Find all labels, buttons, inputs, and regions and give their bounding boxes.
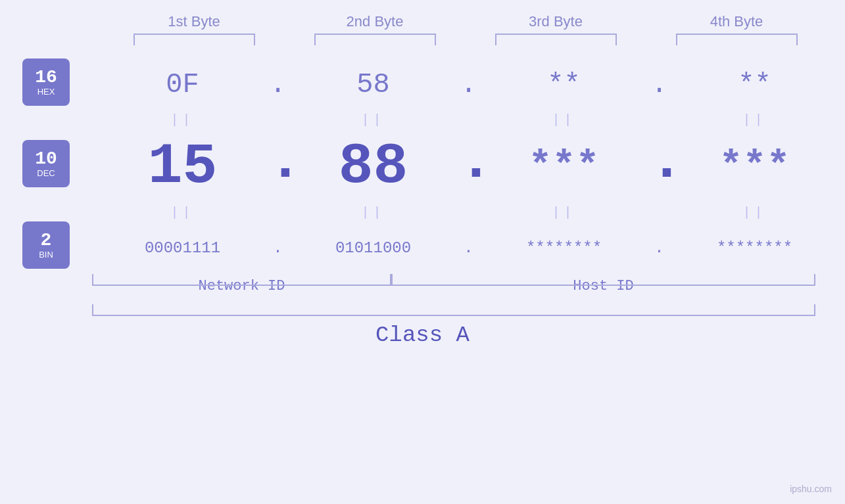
- bracket-b2: [314, 34, 436, 45]
- byte3-header: 3rd Byte: [470, 13, 641, 30]
- hex-badge: 16 HEX: [22, 58, 70, 106]
- eq2-b2: ||: [308, 205, 439, 220]
- equals-row-1: || || || ||: [0, 111, 845, 129]
- dec-b2: 88: [308, 134, 439, 199]
- host-id-bracket: [391, 274, 815, 286]
- bin-dot2: .: [459, 239, 479, 257]
- eq1-b3: ||: [498, 112, 630, 127]
- eq2-b3: ||: [498, 205, 630, 220]
- eq2-b4: ||: [689, 205, 821, 220]
- eq1-b2: ||: [308, 112, 439, 127]
- equals-row-2: || || || ||: [0, 204, 845, 221]
- bin-badge: 2 BIN: [22, 221, 70, 269]
- byte1-header: 1st Byte: [109, 13, 279, 30]
- eq1-b4: ||: [689, 112, 821, 127]
- hex-dot3: .: [650, 69, 669, 101]
- hex-badge-label: HEX: [37, 87, 55, 97]
- eq1-b1: ||: [117, 112, 249, 127]
- bin-dot1: .: [268, 239, 288, 257]
- hex-b3: **: [498, 69, 630, 101]
- dec-badge-label: DEC: [37, 168, 55, 178]
- dec-b4: ***: [689, 144, 821, 189]
- dec-badge-num: 10: [35, 150, 57, 168]
- hex-badge-num: 16: [35, 68, 57, 87]
- class-label-row: Class A: [0, 323, 845, 348]
- dec-dot3: .: [650, 129, 669, 204]
- bin-values-row: 00001111 . 01011000 . ******** . *******…: [92, 239, 845, 257]
- bin-b2: 01011000: [308, 239, 439, 257]
- main-container: 1st Byte 2nd Byte 3rd Byte 4th Byte 16 H…: [0, 0, 845, 504]
- hex-b2: 58: [308, 69, 439, 101]
- bin-b3: ********: [498, 239, 630, 257]
- hex-b4: **: [689, 69, 821, 101]
- hex-b1: 0F: [117, 69, 249, 101]
- bracket-b3: [495, 34, 617, 45]
- watermark: ipshu.com: [790, 484, 832, 494]
- bracket-b4: [676, 34, 798, 45]
- eq2-b1: ||: [117, 205, 249, 220]
- bin-badge-num: 2: [41, 231, 52, 250]
- class-bracket-row: [0, 304, 845, 316]
- bin-b1: 00001111: [117, 239, 249, 257]
- bin-dot3: .: [650, 239, 669, 257]
- top-brackets-row: [104, 34, 827, 45]
- dec-dot1: .: [268, 129, 288, 204]
- bin-badge-label: BIN: [39, 250, 53, 260]
- bin-row-wrapper: 2 BIN 00001111 . 01011000 . ******** . *…: [0, 221, 845, 274]
- bin-b4: ********: [689, 239, 821, 257]
- dec-badge-col: 10 DEC: [0, 140, 92, 193]
- byte2-header: 2nd Byte: [289, 13, 460, 30]
- bracket-b1: [133, 34, 255, 45]
- class-bracket: [92, 304, 815, 316]
- dec-b1: 15: [117, 134, 249, 199]
- dec-values-row: 15 . 88 . *** . ***: [92, 129, 845, 204]
- bin-badge-col: 2 BIN: [0, 221, 92, 274]
- hex-dot1: .: [268, 69, 288, 101]
- byte4-header: 4th Byte: [651, 13, 822, 30]
- hex-values-row: 0F . 58 . ** . **: [92, 69, 845, 101]
- dec-b3: ***: [498, 144, 630, 189]
- byte-headers: 1st Byte 2nd Byte 3rd Byte 4th Byte: [104, 13, 827, 30]
- hex-dot2: .: [459, 69, 479, 101]
- dec-dot2: .: [459, 129, 479, 204]
- dec-badge: 10 DEC: [22, 140, 70, 187]
- class-label: Class A: [375, 323, 470, 348]
- hex-badge-col: 16 HEX: [0, 58, 92, 111]
- dec-row-wrapper: 10 DEC 15 . 88 . *** . ***: [0, 129, 845, 204]
- hex-row-wrapper: 16 HEX 0F . 58 . ** . **: [0, 58, 845, 111]
- net-id-bracket: [92, 274, 391, 286]
